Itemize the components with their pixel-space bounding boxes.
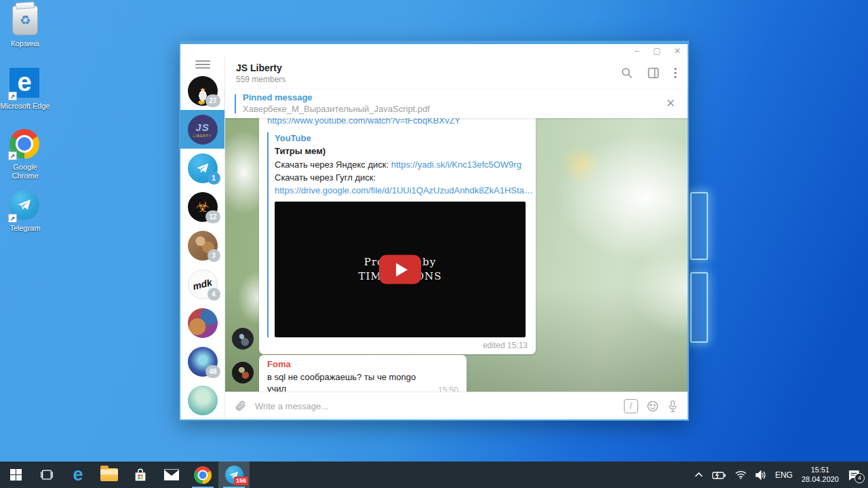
shortcut-arrow-icon: ↗ — [8, 214, 17, 223]
chat-item-tux[interactable]: 27 — [180, 71, 225, 110]
folder-icon — [100, 468, 118, 481]
chat-item-partial[interactable] — [180, 381, 225, 419]
pinned-label: Pinned message — [243, 92, 430, 103]
close-button[interactable]: ✕ — [667, 44, 688, 57]
kebab-menu-icon[interactable] — [674, 67, 677, 79]
taskbar-mail[interactable] — [156, 462, 187, 488]
video-thumbnail[interactable]: Produced by TIM GIBBONS — [275, 202, 526, 337]
webpage-preview: YouTube Титры мем) Скачать через Яндекс … — [267, 132, 528, 338]
action-center-button[interactable]: 4 — [848, 470, 860, 481]
emoji-icon[interactable] — [646, 400, 659, 413]
message-bubble-foma[interactable]: Foma в sql не соображаешь? ты че mongo у… — [259, 355, 467, 392]
wallpaper-window-logo-pane-top — [690, 192, 708, 260]
desktop-icon-telegram[interactable]: ↗ Telegram — [0, 190, 50, 233]
wallpaper-window-logo-pane-bottom — [690, 272, 708, 343]
message-bubble-youtube[interactable]: https://www.youtube.com/watch?v=tFcbqKBX… — [259, 118, 536, 354]
mail-icon — [164, 469, 179, 481]
sender-name[interactable]: Foma — [267, 359, 458, 371]
message-link[interactable]: https://www.youtube.com/watch?v=tFcbqKBX… — [267, 118, 528, 127]
maximize-button[interactable]: ▢ — [647, 44, 667, 57]
tray-chevron-icon[interactable] — [694, 472, 703, 478]
clock-date: 28.04.2020 — [802, 475, 839, 485]
recycle-bin-paper — [16, 1, 35, 10]
taskbar-telegram[interactable]: 156 — [218, 462, 250, 488]
unread-badge: 3 — [208, 249, 220, 262]
notification-count-badge: 4 — [854, 473, 865, 483]
chat-message-area: https://www.youtube.com/watch?v=tFcbqKBX… — [225, 118, 688, 392]
taskbar: e 156 — [0, 462, 868, 488]
chat-members-count: 559 members — [236, 75, 285, 84]
desktop-icon-chrome[interactable]: ↗ Google Chrome — [0, 129, 50, 180]
webpage-title: Титры мем) — [275, 145, 528, 157]
menu-button[interactable] — [180, 57, 225, 71]
taskbar-clock[interactable]: 15:51 28.04.2020 — [802, 466, 839, 485]
message-input[interactable] — [255, 401, 616, 411]
wifi-icon[interactable] — [735, 470, 747, 479]
hamburger-icon — [195, 60, 210, 62]
shortcut-arrow-icon: ↗ — [8, 151, 17, 160]
edge-icon: e ↗ — [9, 68, 39, 98]
unread-count-badge: 156 — [234, 476, 248, 485]
chat-item-telegram[interactable]: 1 — [180, 149, 225, 187]
telegram-window: – ▢ ✕ 27 JS LIBERTY — [179, 41, 689, 421]
avatar — [188, 386, 218, 415]
attach-icon[interactable] — [235, 400, 247, 412]
chat-item-biohazard[interactable]: ☣ 12 — [180, 187, 225, 226]
pinned-close-icon[interactable]: ✕ — [663, 94, 678, 113]
unread-badge: 27 — [205, 94, 220, 107]
message-avatar[interactable] — [232, 328, 254, 350]
webpage-site-name[interactable]: YouTube — [275, 132, 528, 145]
hamburger-icon — [195, 64, 210, 65]
desktop-icon-label: Telegram — [0, 224, 50, 233]
chat-item-dog[interactable] — [180, 303, 225, 342]
volume-icon[interactable] — [755, 470, 766, 480]
avatar — [188, 308, 218, 338]
desktop-icon-edge[interactable]: e ↗ Microsoft Edge — [0, 68, 50, 111]
chat-item-js-liberty-selected[interactable]: JS LIBERTY — [180, 110, 225, 149]
taskbar-store[interactable] — [125, 462, 156, 488]
task-view-icon — [40, 469, 54, 481]
desktop-icon-label: Корзина — [0, 39, 50, 48]
message-avatar[interactable] — [232, 362, 254, 383]
recycle-bin-icon: ♻ — [12, 5, 38, 35]
window-titlebar[interactable]: – ▢ ✕ — [180, 44, 688, 57]
battery-icon[interactable] — [712, 471, 726, 479]
chat-title: JS Liberty — [236, 62, 285, 73]
taskbar-edge[interactable]: e — [62, 462, 94, 488]
language-indicator[interactable]: ENG — [775, 470, 793, 480]
taskbar-file-explorer[interactable] — [94, 462, 125, 488]
toggle-sidebar-icon[interactable] — [648, 67, 659, 79]
unread-badge: 1 — [208, 172, 220, 185]
chat-item-people[interactable]: 3 — [180, 226, 225, 265]
desktop-icon-label: Google Chrome — [0, 163, 50, 180]
message-text: в sql не соображаешь? ты че mongo учил — [267, 372, 429, 392]
clock-time: 15:51 — [802, 466, 839, 475]
unread-badge: 4 — [208, 288, 220, 301]
store-icon — [133, 468, 148, 483]
pinned-text: Хавербеке_М_Выразительный_JavaScript.pdf — [243, 104, 430, 115]
play-button[interactable] — [379, 255, 421, 284]
avatar-text: JS — [195, 121, 209, 133]
desktop-icon-recycle-bin[interactable]: ♻ Корзина — [0, 5, 50, 48]
avatar-text: LIBERTY — [193, 134, 212, 138]
yandex-disk-link[interactable]: https://yadi.sk/i/Knc13efc5OW9rg — [391, 159, 521, 170]
search-icon[interactable] — [621, 67, 633, 79]
taskbar-chrome[interactable] — [187, 462, 218, 488]
description-text: Скачать через Гугл диск: — [275, 172, 528, 183]
message-time: 15:50 — [438, 386, 458, 392]
chat-item-mdk[interactable]: mdk 4 — [180, 265, 225, 303]
google-drive-link[interactable]: https://drive.google.com/file/d/1UUi1QAz… — [275, 185, 533, 195]
message-composer: / — [225, 392, 688, 419]
start-button[interactable] — [0, 462, 31, 488]
hamburger-icon — [195, 67, 210, 69]
minimize-button[interactable]: – — [627, 44, 647, 57]
unread-badge: 12 — [205, 210, 220, 223]
pinned-message-bar[interactable]: Pinned message Хавербеке_М_Выразительный… — [225, 89, 688, 118]
chat-list-sidebar: 27 JS LIBERTY 1 ☣ 12 — [180, 57, 225, 419]
task-view-button[interactable] — [31, 462, 62, 488]
microphone-icon[interactable] — [667, 400, 678, 413]
chrome-icon — [194, 466, 212, 484]
bot-command-icon[interactable]: / — [624, 399, 638, 413]
chat-header[interactable]: JS Liberty 559 members — [225, 57, 688, 89]
chat-item-disco[interactable]: 48 — [180, 342, 225, 381]
